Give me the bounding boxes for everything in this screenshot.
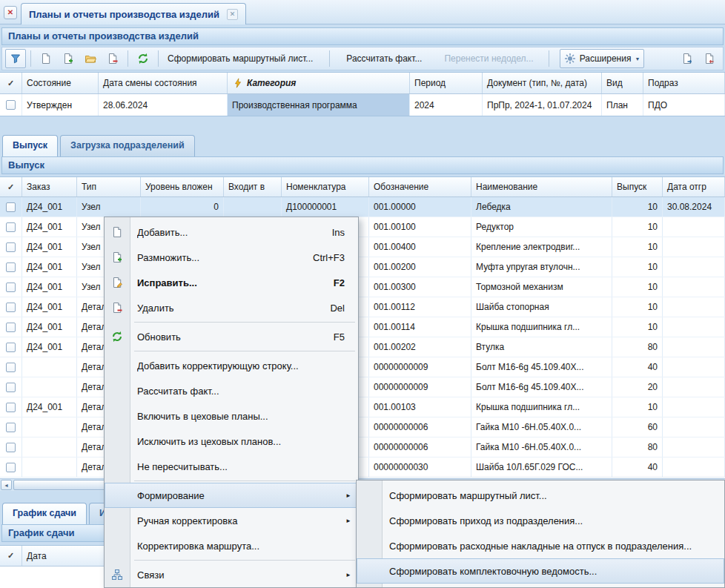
- cell-oboz: 001.00300: [369, 277, 471, 297]
- plans-grid-header: ✓ Состояние Дата смены состояния Категор…: [0, 73, 725, 94]
- cell-naim: Втулка: [471, 337, 612, 357]
- checkbox-icon: [6, 222, 16, 232]
- toolbar: Сформировать маршрутный лист... Рассчита…: [1, 47, 724, 70]
- menu-item[interactable]: Ручная корректировка►: [105, 508, 358, 533]
- move-unfinished-button[interactable]: Перенести недодел...: [440, 49, 537, 68]
- filter-button[interactable]: [5, 49, 26, 68]
- row-checkbox[interactable]: [0, 94, 22, 116]
- menu-item[interactable]: Сформировать расходные накладные на отпу…: [357, 533, 724, 558]
- cell-naim: Шайба стопорная: [471, 297, 612, 317]
- category-header-label: Категория: [247, 78, 296, 88]
- checkbox-icon: [6, 423, 16, 432]
- row-checkbox[interactable]: [0, 297, 22, 317]
- column-header-subdivision[interactable]: Подраз: [643, 73, 725, 93]
- cell-oboz: 00000000006: [369, 417, 471, 437]
- tab-vypusk[interactable]: Выпуск: [2, 135, 58, 156]
- column-header-name[interactable]: Наименование: [471, 177, 612, 196]
- scroll-left-button[interactable]: ◄: [1, 480, 12, 490]
- menu-item[interactable]: Исправить...F2: [105, 270, 358, 295]
- tab-zagruzka-podrazdelenij[interactable]: Загрузка подразделений: [60, 135, 195, 156]
- column-header-nomenclature[interactable]: Номенклатура: [282, 177, 369, 196]
- menu-item[interactable]: Формирование►: [105, 483, 358, 508]
- cell-vypusk: 10: [612, 257, 663, 277]
- cell-naim: Гайка М10 -6Н.05.40Х.0...: [471, 417, 612, 437]
- menu-item-label: Удалить: [137, 303, 317, 314]
- cell-data_otgr: [663, 217, 725, 237]
- delete-button[interactable]: [102, 49, 123, 68]
- row-checkbox[interactable]: [0, 217, 22, 237]
- toolbar-separator: [549, 50, 549, 67]
- import-button[interactable]: [699, 49, 720, 68]
- column-header-designation[interactable]: Обозначение: [369, 177, 471, 196]
- menu-item[interactable]: УдалитьDel: [105, 295, 358, 320]
- menu-item[interactable]: Сформировать комплектовочную ведомость..…: [357, 558, 724, 584]
- menu-item[interactable]: Включить в цеховые планы...: [105, 403, 358, 429]
- row-checkbox[interactable]: [0, 237, 22, 257]
- cell-tip: Узел: [77, 197, 141, 217]
- close-all-tabs-button[interactable]: ✕: [4, 6, 17, 19]
- cell-oboz: 001.00114: [369, 317, 471, 337]
- select-all-column-header[interactable]: ✓: [0, 546, 22, 566]
- column-header-document[interactable]: Документ (тип, №, дата): [483, 73, 602, 93]
- select-all-column-header[interactable]: ✓: [0, 177, 22, 196]
- checkbox-icon: [6, 363, 16, 372]
- menu-item-label: Сформировать расходные накладные на отпу…: [389, 541, 715, 552]
- menu-item-label: Формирование: [137, 490, 349, 501]
- row-checkbox[interactable]: [0, 357, 22, 377]
- check-glyph: ✓: [7, 551, 14, 561]
- extensions-button[interactable]: Расширения ▼: [560, 49, 645, 68]
- table-row[interactable]: Д24_001Узел0Д100000001001.00000Лебедка10…: [0, 197, 725, 217]
- vypusk-panel-header: Выпуск: [1, 156, 724, 174]
- menu-item[interactable]: Не пересчитывать...: [105, 454, 358, 479]
- open-button[interactable]: [80, 49, 101, 68]
- column-header-kind[interactable]: Вид: [602, 73, 643, 93]
- menu-item[interactable]: Сформировать маршрутный лист...: [357, 483, 724, 508]
- cell-naim: Болт М16-6g 45.109.40Х...: [471, 377, 612, 397]
- menu-item[interactable]: Рассчитать факт...: [105, 378, 358, 403]
- duplicate-button[interactable]: [58, 49, 79, 68]
- menu-item[interactable]: Сформировать приход из подразделения...: [357, 508, 724, 533]
- column-header-part-of[interactable]: Входит в: [224, 177, 282, 196]
- refresh-button[interactable]: [133, 49, 153, 68]
- column-header-state-date[interactable]: Дата смены состояния: [99, 73, 228, 93]
- row-checkbox[interactable]: [0, 337, 22, 357]
- row-checkbox[interactable]: [0, 457, 22, 477]
- row-checkbox[interactable]: [0, 257, 22, 277]
- row-checkbox[interactable]: [0, 417, 22, 437]
- submenu-arrow-icon: ►: [345, 572, 351, 578]
- cell-naim: Шайба 10Л.65Г.029 ГОС...: [471, 457, 612, 477]
- tab-close-icon[interactable]: ✕: [227, 9, 238, 20]
- column-header-state[interactable]: Состояние: [22, 73, 99, 93]
- column-header-period[interactable]: Период: [410, 73, 483, 93]
- add-button[interactable]: [36, 49, 56, 68]
- column-header-nesting-level[interactable]: Уровень вложен: [141, 177, 224, 196]
- row-checkbox[interactable]: [0, 397, 22, 417]
- column-header-order[interactable]: Заказ: [22, 177, 77, 196]
- document-tab[interactable]: Планы и отчеты производства изделий ✕: [21, 3, 246, 24]
- context-menu: Добавить...InsРазмножить...Ctrl+F3Исправ…: [104, 217, 359, 588]
- tab-grafik-sdachi[interactable]: График сдачи: [2, 503, 87, 524]
- row-checkbox[interactable]: [0, 377, 22, 397]
- column-header-type[interactable]: Тип: [77, 177, 141, 196]
- row-checkbox[interactable]: [0, 197, 22, 217]
- select-all-column-header[interactable]: ✓: [0, 73, 22, 93]
- menu-item[interactable]: Корректировка маршрута...: [105, 533, 358, 558]
- menu-item[interactable]: Размножить...Ctrl+F3: [105, 245, 358, 270]
- cell-vhodit: [224, 197, 282, 217]
- menu-item[interactable]: Связи►: [105, 562, 358, 587]
- formirovanie-submenu: Сформировать маршрутный лист...Сформиров…: [356, 480, 725, 588]
- export-button[interactable]: [677, 49, 698, 68]
- calculate-fact-button[interactable]: Рассчитать факт...: [342, 49, 426, 68]
- menu-item[interactable]: Добавить...Ins: [105, 219, 358, 245]
- row-checkbox[interactable]: [0, 437, 22, 457]
- row-checkbox[interactable]: [0, 277, 22, 297]
- column-header-ship-date[interactable]: Дата отгр: [663, 177, 725, 196]
- menu-item[interactable]: ОбновитьF5: [105, 324, 358, 349]
- table-row[interactable]: Утвержден 28.06.2024 Производственная пр…: [0, 94, 725, 116]
- menu-item[interactable]: Исключить из цеховых планов...: [105, 429, 358, 454]
- column-header-category[interactable]: Категория: [228, 73, 410, 93]
- menu-item[interactable]: Добавить корректирующую строку...: [105, 353, 358, 378]
- column-header-output[interactable]: Выпуск: [612, 177, 663, 196]
- create-route-sheet-button[interactable]: Сформировать маршрутный лист...: [163, 49, 317, 68]
- row-checkbox[interactable]: [0, 317, 22, 337]
